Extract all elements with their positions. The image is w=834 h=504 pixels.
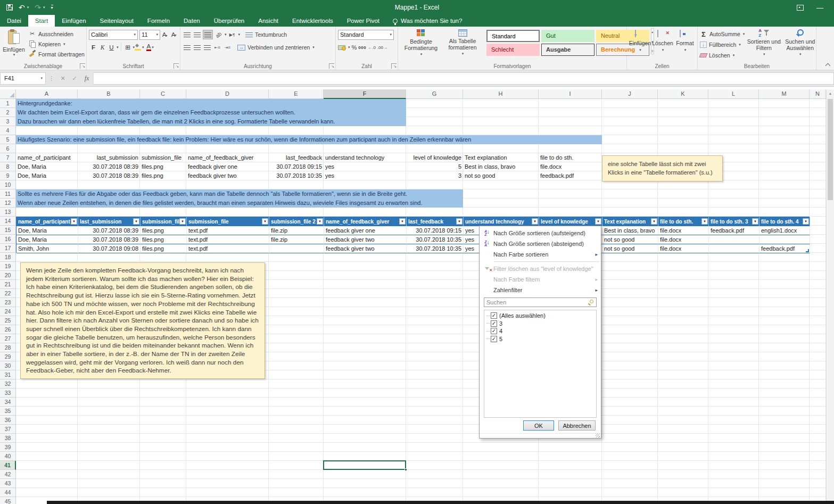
- insert-function-icon[interactable]: fx: [80, 75, 93, 82]
- tab-entwicklertools[interactable]: Entwicklertools: [285, 15, 340, 27]
- cell-J17[interactable]: not so good: [602, 244, 658, 253]
- active-cell-F41[interactable]: [323, 460, 406, 470]
- row-header-42[interactable]: 42: [0, 470, 16, 479]
- row-header-20[interactable]: 20: [0, 271, 16, 280]
- redo-icon[interactable]: ↷: [35, 4, 41, 11]
- tab-power-pivot[interactable]: Power Pivot: [340, 15, 386, 27]
- column-header-A[interactable]: A: [16, 89, 78, 99]
- filter-button-name-of-feedback-giver[interactable]: ▼: [399, 218, 406, 225]
- menu-item-sort-asc[interactable]: AZ↓Nach Größe sortieren (aufsteigend): [480, 228, 601, 238]
- row-header-7[interactable]: 7: [0, 153, 16, 162]
- cell-G8[interactable]: 5: [406, 162, 463, 171]
- row-header-4[interactable]: 4: [0, 126, 16, 135]
- row-header-31[interactable]: 31: [0, 370, 16, 379]
- cancel-button[interactable]: Abbrechen: [558, 420, 596, 431]
- cell-F7[interactable]: understand technology: [324, 153, 406, 162]
- cell-J15[interactable]: Best in class, bravo: [602, 226, 658, 235]
- formula-input[interactable]: [93, 72, 834, 85]
- filter-button-file-to-do-sth[interactable]: ▼: [701, 218, 708, 225]
- filter-button-file-to-do-sth-4[interactable]: ▼: [803, 218, 809, 225]
- filter-button-name-of-participant[interactable]: ▼: [71, 218, 77, 225]
- filter-value-alles-auswählen[interactable]: ✓(Alles auswählen): [486, 312, 596, 320]
- row-header-11[interactable]: 11: [0, 189, 16, 199]
- cell-E7[interactable]: last_feedback: [269, 153, 324, 162]
- autosum-button[interactable]: ΣAutoSumme▾: [700, 29, 745, 39]
- filter-button-submission-file-2[interactable]: ▼: [317, 218, 323, 225]
- cell-A15[interactable]: Doe, Maria: [16, 226, 78, 235]
- checkbox-icon[interactable]: ✓: [491, 328, 497, 334]
- cell-E16[interactable]: file.zip: [269, 235, 324, 244]
- row-header-39[interactable]: 39: [0, 443, 16, 452]
- align-bottom-button[interactable]: [203, 30, 213, 39]
- column-header-L[interactable]: L: [708, 89, 759, 99]
- fill-handle[interactable]: [404, 468, 407, 471]
- underline-button[interactable]: U: [107, 43, 116, 52]
- cell-B8[interactable]: 30.07.2018 08:39: [78, 162, 140, 171]
- font-dialog-launcher[interactable]: ↘: [174, 63, 179, 69]
- sort-filter-button[interactable]: AZ Sortieren und Filtern ▾: [747, 28, 781, 62]
- cell-D8[interactable]: feedback giver one: [186, 162, 269, 171]
- row-header-18[interactable]: 18: [0, 253, 16, 262]
- cell-E9[interactable]: 30.07.2018 10:35: [269, 171, 324, 180]
- italic-button[interactable]: K: [98, 43, 107, 52]
- row-header-24[interactable]: 24: [0, 307, 16, 316]
- clear-button[interactable]: Löschen▾: [700, 50, 745, 61]
- row-header-44[interactable]: 44: [0, 488, 16, 497]
- row-header-3[interactable]: 3: [0, 117, 16, 126]
- cell-E8[interactable]: 30.07.2018 09:15: [269, 162, 324, 171]
- row-header-45[interactable]: 45: [0, 497, 16, 504]
- cell-K17[interactable]: file.docx: [658, 244, 709, 253]
- style-schlecht[interactable]: Schlecht: [486, 44, 540, 56]
- row-header-29[interactable]: 29: [0, 352, 16, 361]
- percent-style-button[interactable]: %: [352, 44, 357, 51]
- note-box-2[interactable]: Wenn jede Zeile den kompletten Feedback-…: [20, 262, 265, 379]
- collapse-ribbon-icon[interactable]: [825, 63, 831, 69]
- row-header-1[interactable]: 1: [0, 99, 16, 108]
- style-standard[interactable]: Standard: [486, 30, 540, 42]
- cell-D7[interactable]: name_of_feedback_giver: [186, 153, 269, 162]
- cell-H7[interactable]: Text explanation: [463, 153, 539, 162]
- row-header-2[interactable]: 2: [0, 108, 16, 117]
- comma-style-button[interactable]: 000: [358, 45, 366, 50]
- delete-cells-button[interactable]: ✕ Löschen ▾: [652, 28, 673, 62]
- ok-button[interactable]: OK: [523, 420, 554, 431]
- cell-L15[interactable]: feedback.pdf: [709, 226, 759, 235]
- cell-I7[interactable]: file to do sth.: [539, 153, 602, 162]
- column-header-M[interactable]: M: [759, 89, 810, 99]
- tell-me-box[interactable]: Was möchten Sie tun?: [386, 15, 462, 27]
- row-header-16[interactable]: 16: [0, 235, 16, 244]
- column-header-I[interactable]: I: [539, 89, 602, 99]
- row-header-43[interactable]: 43: [0, 479, 16, 488]
- align-center-button[interactable]: [193, 43, 202, 52]
- row-header-41[interactable]: 41: [0, 461, 16, 470]
- column-header-J[interactable]: J: [602, 89, 658, 99]
- cell-J16[interactable]: not so good: [602, 235, 658, 244]
- filter-button-text-explanation[interactable]: ▼: [651, 218, 657, 225]
- resize-grip[interactable]: [480, 433, 601, 438]
- column-header-D[interactable]: D: [186, 89, 269, 99]
- scrollbar-thumb[interactable]: [828, 99, 833, 200]
- borders-button[interactable]: ⊞: [123, 43, 133, 52]
- cell-D9[interactable]: feedback giver two: [186, 171, 269, 180]
- cell-H8[interactable]: Best in class, bravo: [463, 162, 539, 171]
- row-header-32[interactable]: 32: [0, 379, 16, 389]
- filter-button-last-submission[interactable]: ▼: [133, 218, 139, 225]
- decrease-font-button[interactable]: A▾: [169, 30, 178, 39]
- cell-F15[interactable]: feedback giver one: [324, 226, 407, 235]
- tab-daten[interactable]: Daten: [177, 15, 207, 27]
- undo-icon[interactable]: ↶: [19, 4, 25, 11]
- filter-button-file-to-do-sth-3[interactable]: ▼: [752, 218, 758, 225]
- menu-item-sort-by-color[interactable]: Nach Farbe sortieren▸: [480, 249, 601, 260]
- cell-A12[interactable]: Wenn aber neue Zeilen entstehen, in dene…: [16, 199, 463, 208]
- decrease-indent-button[interactable]: ⇤≡: [213, 43, 222, 52]
- menu-item-number-filters[interactable]: Zahlenfilter▸: [480, 285, 601, 295]
- text-direction-button[interactable]: ▶¶: [228, 30, 237, 39]
- cell-M16[interactable]: [759, 235, 810, 244]
- clipboard-dialog-launcher[interactable]: ↘: [80, 63, 85, 69]
- row-header-14[interactable]: 14: [0, 217, 16, 226]
- note-box-1[interactable]: eine solche Tabelle lässt sich mit zweiK…: [602, 155, 723, 181]
- row-header-23[interactable]: 23: [0, 298, 16, 307]
- cell-B7[interactable]: last_submission: [78, 153, 140, 162]
- save-icon[interactable]: [6, 4, 13, 11]
- cell-A7[interactable]: name_of_participant: [16, 153, 78, 162]
